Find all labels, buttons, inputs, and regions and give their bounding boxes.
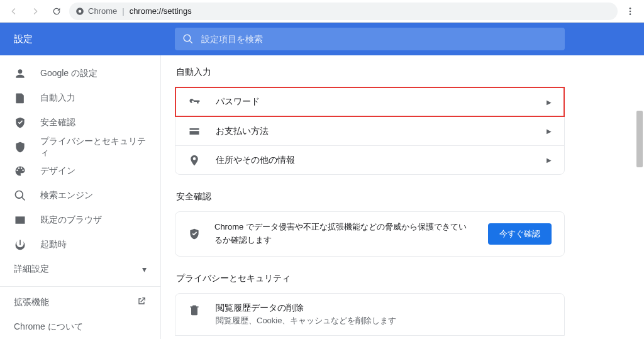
sidebar-extensions-link[interactable]: 拡張機能 (0, 291, 160, 315)
credit-card-icon (188, 125, 201, 138)
sidebar-item-privacy[interactable]: プライバシーとセキュリティ (0, 135, 160, 159)
chevron-right-icon: ▶ (547, 99, 552, 106)
sidebar-item-startup[interactable]: 起動時 (0, 232, 160, 257)
sidebar-item-search[interactable]: 検索エンジン (0, 184, 160, 208)
sidebar-item-label: 検索エンジン (40, 190, 93, 201)
page-title: 設定 (14, 33, 175, 45)
section-privacy-title: プライバシーとセキュリティ (176, 273, 565, 284)
address-bar[interactable]: Chrome | chrome://settings (69, 3, 618, 20)
scrollbar-thumb[interactable] (636, 111, 643, 167)
sidebar-item-label: デザイン (40, 165, 75, 177)
palette-icon (14, 165, 26, 177)
row-clear-data[interactable]: 閲覧履歴データの削除 閲覧履歴、Cookie、キャッシュなどを削除します (175, 294, 564, 335)
shield-check-icon (188, 228, 201, 240)
row-passwords[interactable]: パスワード ▶ (175, 87, 564, 116)
site-info: Chrome (75, 6, 117, 16)
about-label: Chrome について (14, 321, 83, 333)
shield-icon (14, 141, 26, 153)
arrow-left-icon (9, 6, 19, 16)
chevron-down-icon: ▾ (142, 264, 147, 274)
shield-check-icon (14, 116, 26, 129)
clear-data-title: 閲覧履歴データの削除 (216, 303, 552, 314)
forward-button[interactable] (26, 3, 44, 20)
arrow-right-icon (30, 6, 40, 16)
search-input[interactable] (201, 34, 557, 44)
back-button[interactable] (5, 3, 23, 20)
clear-data-sub: 閲覧履歴、Cookie、キャッシュなどを削除します (216, 315, 552, 326)
key-icon (188, 96, 201, 108)
section-autofill-title: 自動入力 (176, 67, 565, 78)
person-icon (14, 67, 26, 80)
chevron-right-icon: ▶ (547, 157, 552, 164)
form-icon (14, 92, 26, 104)
autofill-card: パスワード ▶ お支払い方法 ▶ 住所やその他の情報 ▶ (175, 87, 565, 175)
sidebar-divider (0, 286, 160, 287)
url-text: chrome://settings (130, 6, 192, 16)
browser-icon (14, 214, 26, 226)
row-addresses[interactable]: 住所やその他の情報 ▶ (175, 145, 564, 174)
browser-toolbar: Chrome | chrome://settings (0, 0, 644, 23)
safety-card: Chrome でデータ侵害や不正な拡張機能などの脅威から保護できているか確認しま… (175, 211, 565, 257)
sidebar-item-label: 既定のブラウザ (40, 214, 102, 226)
content-area: 自動入力 パスワード ▶ お支払い方法 ▶ 住所やその他の情報 ▶ (161, 55, 644, 339)
row-label: お支払い方法 (216, 126, 531, 137)
chevron-right-icon: ▶ (547, 128, 552, 135)
sidebar-item-safety[interactable]: 安全確認 (0, 110, 160, 135)
sidebar: Google の設定 自動入力 安全確認 プライバシーとセキュリティ デザイン … (0, 55, 161, 339)
external-link-icon (136, 296, 147, 308)
sidebar-item-label: Google の設定 (40, 68, 97, 79)
site-info-label: Chrome (88, 6, 117, 16)
check-now-button[interactable]: 今すぐ確認 (488, 223, 552, 245)
location-icon (188, 154, 201, 167)
svg-point-2 (630, 8, 631, 9)
sidebar-item-design[interactable]: デザイン (0, 159, 160, 184)
sidebar-item-autofill[interactable]: 自動入力 (0, 86, 160, 111)
more-menu-button[interactable] (621, 3, 639, 20)
settings-header: 設定 (0, 23, 644, 55)
privacy-card: 閲覧履歴データの削除 閲覧履歴、Cookie、キャッシュなどを削除します (175, 293, 565, 336)
sidebar-item-label: 起動時 (40, 239, 67, 250)
sidebar-item-google[interactable]: Google の設定 (0, 62, 160, 86)
svg-point-1 (79, 9, 82, 13)
reload-button[interactable] (48, 3, 65, 20)
sidebar-item-label: 自動入力 (40, 92, 75, 104)
address-divider: | (122, 6, 124, 16)
search-icon (182, 33, 194, 45)
trash-icon (188, 304, 201, 316)
row-label: パスワード (216, 96, 531, 108)
search-icon (14, 189, 26, 202)
sidebar-item-label: プライバシーとセキュリティ (40, 136, 147, 158)
svg-point-4 (630, 13, 631, 15)
advanced-label: 詳細設定 (14, 264, 49, 275)
reload-icon (52, 6, 62, 16)
svg-point-3 (630, 10, 631, 12)
search-box[interactable] (175, 28, 565, 50)
sidebar-item-default-browser[interactable]: 既定のブラウザ (0, 208, 160, 232)
more-vert-icon (625, 6, 635, 16)
chrome-icon (75, 7, 84, 16)
section-safety-title: 安全確認 (176, 191, 565, 203)
extensions-label: 拡張機能 (14, 297, 49, 308)
power-icon (14, 238, 26, 251)
row-payments[interactable]: お支払い方法 ▶ (175, 116, 564, 145)
sidebar-item-label: 安全確認 (40, 117, 75, 128)
sidebar-advanced-toggle[interactable]: 詳細設定 ▾ (0, 257, 160, 282)
sidebar-about-link[interactable]: Chrome について (0, 314, 160, 339)
row-label: 住所やその他の情報 (216, 155, 531, 166)
safety-text: Chrome でデータ侵害や不正な拡張機能などの脅威から保護できているか確認しま… (214, 221, 474, 247)
